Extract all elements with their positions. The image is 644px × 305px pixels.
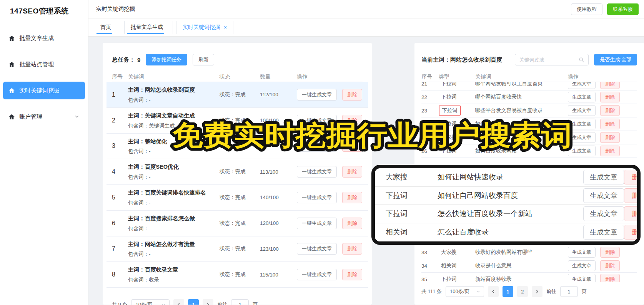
row-number: 2: [112, 117, 128, 124]
generate-articles-button[interactable]: 一键生成文章: [297, 192, 337, 203]
goto-page-input[interactable]: [231, 299, 249, 305]
generate-articles-button[interactable]: 一键生成文章: [297, 115, 337, 126]
table-row: 33 大家搜 收录好的发帖网站有哪些 生成文章 删除: [421, 246, 637, 259]
generate-article-button[interactable]: 生成文章: [568, 247, 596, 258]
sidebar-item[interactable]: 批量站点管理: [3, 55, 85, 73]
delete-button[interactable]: 删除: [342, 218, 362, 229]
table-row[interactable]: 3 主词：整站优化 包含词：- 状态：完成 一键生成文章 删除: [107, 134, 368, 159]
delete-button[interactable]: 删除: [600, 260, 620, 271]
generate-article-button[interactable]: 生成文章: [568, 260, 596, 271]
task-keyword: 主词：百度关键词排名快速排名: [128, 189, 220, 197]
task-keyword: 主词：百度搜索排名怎么做: [128, 215, 220, 223]
table-row[interactable]: 1 主词：网站怎么收录到百度 包含词：- 状态：完成 112/100 一键生成文…: [107, 82, 368, 108]
row-number: 25: [421, 135, 439, 141]
generate-articles-button[interactable]: 一键生成文章: [297, 140, 337, 152]
chevron-down-icon: [476, 289, 481, 294]
total-tasks-count: 9: [137, 57, 140, 63]
help-button[interactable]: 使用教程: [571, 3, 602, 15]
generate-article-button[interactable]: 生成文章: [568, 119, 596, 129]
generate-article-button[interactable]: 生成文章: [568, 132, 596, 143]
table-row[interactable]: 4 主词：百度SEO优化 包含词：- 状态：完成 113/100 一键生成文章 …: [107, 159, 368, 185]
tab[interactable]: 批量文章生成: [124, 21, 173, 34]
delete-button[interactable]: 删除: [600, 274, 620, 282]
delete-button[interactable]: 删除: [600, 105, 620, 116]
page-size-select[interactable]: 10条/页: [131, 299, 170, 305]
tab[interactable]: 首页: [94, 21, 121, 34]
table-row[interactable]: 2 主词：关键词文章自动生成 包含词：关键词生成 状态：完成 100/100 一…: [107, 108, 368, 134]
generate-article-button: 生成文章: [583, 170, 624, 184]
column-header-status: 状态: [220, 74, 260, 80]
home-icon: [8, 61, 15, 68]
task-keyword: 主词：百度SEO优化: [128, 163, 220, 171]
page-number-button[interactable]: 1: [503, 286, 513, 297]
table-row[interactable]: 7 主词：网站怎么做才有流量 包含词：- 状态：完成 123/100 一键生成文…: [107, 236, 368, 262]
generate-filter-button[interactable]: 是否生成:全部: [594, 54, 637, 65]
generate-article-button[interactable]: 生成文章: [568, 82, 596, 89]
refresh-button[interactable]: 刷新: [193, 54, 214, 65]
keyword-type: 大家搜: [386, 172, 438, 182]
close-icon[interactable]: ×: [224, 25, 227, 30]
page-number-button[interactable]: 2: [517, 286, 528, 297]
table-row[interactable]: 8 主词：百度收录文章 包含词：收录 状态：完成 115/100 一键生成文章 …: [107, 262, 368, 288]
keyword-filter-input[interactable]: [519, 57, 579, 63]
row-number: 1: [112, 91, 128, 98]
generate-article-button[interactable]: 生成文章: [568, 146, 596, 156]
row-number: 8: [112, 271, 128, 278]
keyword-type: 下拉词: [439, 93, 459, 101]
task-count: 123/100: [260, 246, 297, 252]
goto-page-input[interactable]: [560, 286, 578, 297]
delete-button[interactable]: 删除: [600, 132, 620, 143]
delete-button[interactable]: 删除: [600, 119, 620, 129]
task-keyword: 主词：网站怎么做才有流量: [128, 240, 220, 249]
keywords-toolbar: 当前主词：网站怎么收录到百度 是否生成:全部: [421, 54, 637, 66]
generate-articles-button[interactable]: 一键生成文章: [297, 243, 337, 255]
generate-article-button[interactable]: 生成文章: [568, 92, 596, 102]
generate-articles-button[interactable]: 一键生成文章: [297, 269, 337, 280]
contact-support-button[interactable]: 联系客服: [607, 3, 639, 15]
column-header-type: 类型: [439, 74, 475, 80]
generate-article-button[interactable]: 生成文章: [568, 105, 596, 116]
row-number: 35: [421, 277, 439, 282]
delete-button[interactable]: 删除: [600, 82, 620, 89]
delete-button[interactable]: 删除: [600, 247, 620, 258]
task-status: 状态：完成: [220, 245, 260, 252]
generate-article-button[interactable]: 生成文章: [568, 274, 596, 282]
tab[interactable]: 实时关键词挖掘 ×: [176, 21, 233, 34]
delete-button[interactable]: 删除: [342, 269, 362, 280]
row-number: 33: [421, 250, 439, 255]
tasks-table-body: 1 主词：网站怎么收录到百度 包含词：- 状态：完成 112/100 一键生成文…: [112, 82, 363, 288]
row-number: 6: [112, 220, 128, 227]
delete-button[interactable]: 删除: [342, 192, 362, 203]
delete-button[interactable]: 删除: [342, 243, 362, 255]
delete-button[interactable]: 删除: [342, 89, 362, 101]
generate-articles-button[interactable]: 一键生成文章: [297, 89, 337, 101]
delete-button[interactable]: 删除: [600, 92, 620, 102]
generate-articles-button[interactable]: 一键生成文章: [297, 218, 337, 229]
delete-button[interactable]: 删除: [342, 140, 362, 152]
task-include-words: 包含词：-: [128, 97, 220, 104]
sidebar-item[interactable]: 批量文章生成: [3, 29, 85, 47]
page-number-button[interactable]: 1: [188, 299, 199, 305]
sidebar: 147SEO管理系统 批量文章生成 批量站点管理 实时关键词挖掘 账户管理: [0, 0, 88, 305]
page-size-select[interactable]: 100条/页: [446, 286, 484, 297]
delete-button[interactable]: 删除: [600, 146, 620, 156]
table-row[interactable]: 5 主词：百度关键词排名快速排名 包含词：- 状态：完成 140/100 一键生…: [107, 185, 368, 211]
home-icon: [8, 35, 15, 42]
prev-page-button[interactable]: [488, 286, 499, 297]
next-page-button[interactable]: [532, 286, 542, 297]
mined-keyword: 新站百度秒收录: [475, 276, 568, 282]
generate-articles-button[interactable]: 一键生成文章: [297, 166, 337, 178]
keyword-type: 下拉词: [439, 106, 461, 116]
sidebar-item[interactable]: 实时关键词挖掘: [3, 82, 85, 99]
next-page-button[interactable]: [203, 299, 213, 305]
delete-button[interactable]: 删除: [342, 115, 362, 126]
task-status: 状态：完成: [220, 142, 260, 149]
sidebar-item[interactable]: 账户管理: [3, 108, 85, 126]
table-row[interactable]: 6 主词：百度搜索排名怎么做 包含词：- 状态：完成 120/100 一键生成文…: [107, 211, 368, 236]
mined-keyword: 哪个网站百度收录快: [475, 94, 568, 101]
delete-button[interactable]: 删除: [342, 166, 362, 178]
prev-page-button[interactable]: [173, 299, 184, 305]
column-header-keyword: 关键词: [128, 74, 220, 80]
task-include-words: 包含词：-: [128, 174, 220, 181]
add-task-button[interactable]: 添加挖词任务: [146, 54, 187, 65]
